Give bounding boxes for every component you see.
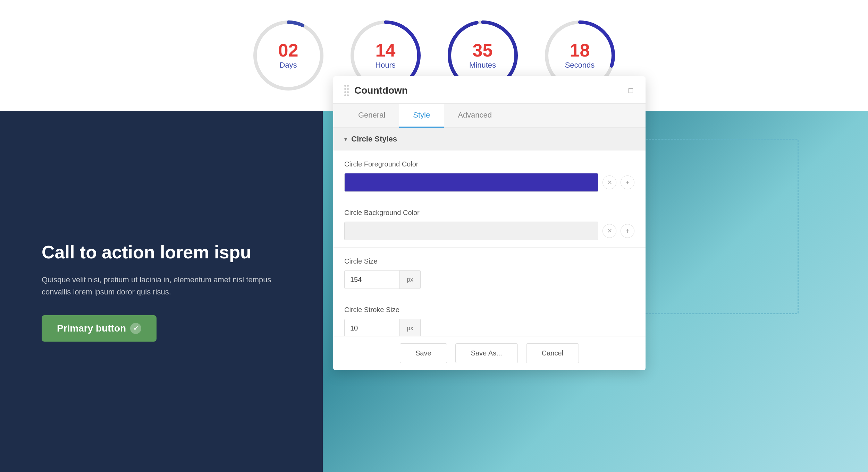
panel: Countdown □ General Style Advanced ▾ Cir…	[333, 76, 646, 370]
minutes-value: 35	[469, 41, 496, 59]
panel-header: Countdown □	[333, 76, 646, 104]
tab-advanced[interactable]: Advanced	[444, 104, 506, 128]
circle-stroke-size-row: px	[344, 319, 634, 336]
tab-general[interactable]: General	[344, 104, 399, 128]
circle-stroke-size-unit: px	[400, 319, 421, 336]
minutes-label: Minutes	[469, 61, 496, 70]
countdown-days: 02 Days	[250, 17, 327, 94]
circle-size-row: px	[344, 270, 634, 289]
clear-fg-color-button[interactable]: ✕	[602, 175, 616, 189]
circle-bg-color-group: Circle Background Color ✕ +	[333, 199, 646, 248]
circle-fg-color-swatch[interactable]	[344, 173, 598, 192]
circle-bg-color-swatch[interactable]	[344, 222, 598, 240]
cta-heading: Call to action lorem ispu	[42, 241, 281, 263]
seconds-label: Seconds	[565, 61, 595, 70]
days-label: Days	[278, 61, 298, 70]
drag-dot	[344, 94, 346, 96]
days-value: 02	[278, 41, 298, 59]
drag-dot	[344, 88, 346, 90]
add-fg-color-button[interactable]: +	[621, 175, 634, 189]
circle-bg-color-label: Circle Background Color	[344, 209, 634, 217]
circle-size-group: Circle Size px	[333, 248, 646, 296]
minimize-button[interactable]: □	[627, 85, 634, 96]
panel-footer: Save Save As... Cancel	[333, 336, 646, 370]
page-wrapper: 02 Days 14 Hours	[0, 0, 868, 472]
drag-dot	[347, 94, 349, 96]
section-title: Circle Styles	[351, 135, 397, 144]
circle-size-unit: px	[400, 270, 421, 289]
save-as-button[interactable]: Save As...	[455, 343, 518, 363]
circle-fg-color-label: Circle Foreground Color	[344, 160, 634, 168]
circle-stroke-size-input[interactable]	[344, 319, 400, 336]
drag-dot	[344, 91, 346, 93]
panel-body: ▾ Circle Styles Circle Foreground Color …	[333, 128, 646, 336]
clear-bg-color-button[interactable]: ✕	[602, 224, 616, 238]
circle-size-input[interactable]	[344, 270, 400, 289]
add-bg-color-button[interactable]: +	[621, 224, 634, 238]
panel-title: Countdown	[354, 85, 627, 96]
cta-section: Call to action lorem ispu Quisque velit …	[0, 111, 323, 472]
drag-dot	[347, 88, 349, 90]
circle-size-label: Circle Size	[344, 257, 634, 265]
drag-dot	[347, 85, 349, 87]
circle-fg-color-group: Circle Foreground Color ✕ +	[333, 151, 646, 199]
drag-dot	[347, 91, 349, 93]
cta-body: Quisque velit nisi, pretium ut lacinia i…	[42, 274, 281, 298]
save-button[interactable]: Save	[400, 343, 447, 363]
circle-days: 02 Days	[250, 17, 327, 94]
circle-stroke-size-group: Circle Stroke Size px	[333, 296, 646, 336]
primary-button[interactable]: Primary button ✓	[42, 315, 157, 342]
primary-button-label: Primary button	[57, 323, 126, 334]
cancel-button[interactable]: Cancel	[526, 343, 579, 363]
tab-style[interactable]: Style	[399, 104, 444, 128]
hours-value: 14	[375, 41, 396, 59]
chevron-down-icon: ▾	[344, 136, 347, 143]
circle-fg-color-row: ✕ +	[344, 173, 634, 192]
circle-styles-header[interactable]: ▾ Circle Styles	[333, 128, 646, 151]
drag-handle[interactable]	[344, 85, 349, 96]
circle-bg-color-row: ✕ +	[344, 222, 634, 240]
check-icon: ✓	[130, 323, 141, 334]
seconds-value: 18	[565, 41, 595, 59]
drag-dot	[344, 85, 346, 87]
hours-label: Hours	[375, 61, 396, 70]
panel-tabs: General Style Advanced	[333, 104, 646, 128]
circle-stroke-size-label: Circle Stroke Size	[344, 306, 634, 314]
